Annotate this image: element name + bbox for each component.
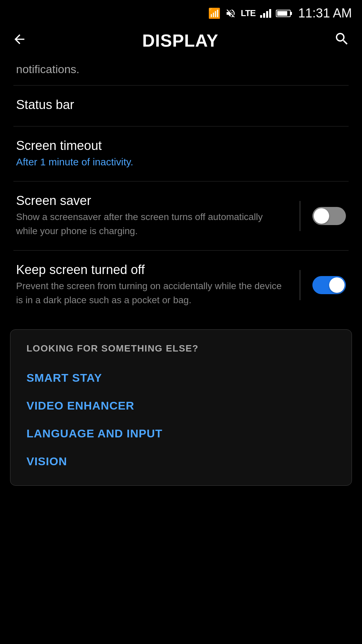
keep-screen-off-text: Keep screen turned off Prevent the scree… [16,263,300,307]
status-bar-item[interactable]: Status bar [0,86,362,126]
page-title: DISPLAY [142,31,219,51]
screen-timeout-title: Screen timeout [16,139,346,153]
screen-timeout-item[interactable]: Screen timeout After 1 minute of inactiv… [0,126,362,181]
truncated-text: notifications. [0,57,362,85]
vision-link[interactable]: VISION [26,447,336,475]
screen-timeout-subtitle: After 1 minute of inactivity. [16,155,346,169]
toggle-knob [314,208,329,224]
toggle-knob-2 [329,277,345,293]
screen-saver-toggle[interactable] [312,207,346,225]
status-bar-title: Status bar [16,98,346,112]
keep-screen-off-toggle[interactable] [312,276,346,294]
screen-saver-subtitle: Show a screensaver after the screen turn… [16,210,286,238]
lte-icon: LTE [241,8,255,18]
suggestions-card: LOOKING FOR SOMETHING ELSE? SMART STAY V… [10,329,352,486]
keep-screen-off-title: Keep screen turned off [16,263,286,277]
top-nav: DISPLAY [0,24,362,57]
status-icons: 📶 LTE [208,7,291,19]
content: notifications. Status bar Screen timeout… [0,57,362,486]
mute-icon [225,8,236,19]
status-bar: 📶 LTE 11:31 AM [0,0,362,24]
search-button[interactable] [334,31,350,50]
toggle-divider-1 [300,201,300,231]
suggestions-title: LOOKING FOR SOMETHING ELSE? [26,343,336,354]
toggle-divider-2 [300,270,300,300]
keep-screen-off-subtitle: Prevent the screen from turning on accid… [16,279,286,307]
back-button[interactable] [12,32,27,49]
screen-saver-text: Screen saver Show a screensaver after th… [16,194,300,238]
video-enhancer-link[interactable]: VIDEO ENHANCER [26,392,336,420]
smart-stay-link[interactable]: SMART STAY [26,364,336,392]
battery-icon [276,10,291,17]
status-time: 11:31 AM [298,6,352,20]
screen-saver-item[interactable]: Screen saver Show a screensaver after th… [0,181,362,250]
keep-screen-off-item[interactable]: Keep screen turned off Prevent the scree… [0,251,362,319]
signal-icon [260,9,271,18]
screen-saver-title: Screen saver [16,194,286,208]
bluetooth-icon: 📶 [208,7,221,19]
language-input-link[interactable]: LANGUAGE AND INPUT [26,420,336,447]
